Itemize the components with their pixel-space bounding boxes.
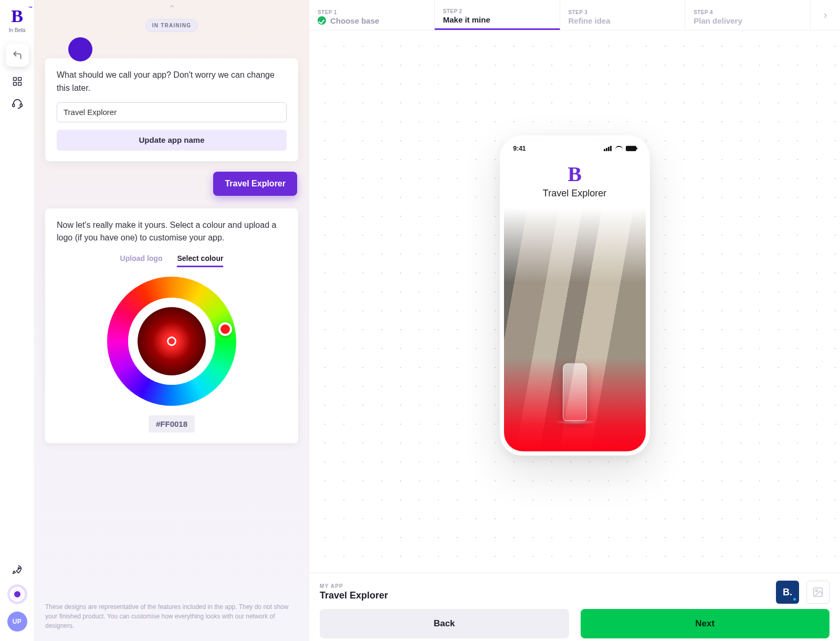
rocket-icon [12,564,23,575]
base-brand-tile[interactable]: B. [776,581,799,604]
status-bar: 9:41 [504,139,646,157]
app-name-input[interactable] [57,102,287,122]
upload-logo-tile[interactable] [806,581,830,604]
grid-icon [12,76,23,87]
back-button[interactable]: Back [320,609,569,638]
brand-letter: B™ [9,7,26,25]
brand-dot-icon [793,598,796,601]
check-icon [318,16,326,25]
wheel-core[interactable] [138,307,206,375]
training-badge: IN TRAINING [145,19,198,32]
brand-logo: B™ In Beta [9,7,26,33]
phone-frame: 9:41 B Travel Explorer [500,135,650,455]
svg-rect-4 [12,104,14,107]
launch-button[interactable] [10,562,25,577]
name-card: What should we call your app? Don't worr… [45,58,298,161]
user-reply-bubble: Travel Explorer [213,172,297,196]
hue-handle[interactable] [218,322,232,336]
svg-rect-1 [18,78,21,81]
chevron-up-icon: ⌃ [168,4,176,14]
user-avatar[interactable]: UP [7,612,27,632]
svg-point-8 [815,590,817,592]
name-prompt: What should we call your app? Don't worr… [57,69,287,95]
wifi-icon [615,145,623,151]
assistant-indicator[interactable] [7,584,27,604]
footer-eyebrow: MY APP [320,583,769,589]
svg-rect-3 [18,82,21,86]
wizard-stepper: STEP 1 Choose base STEP 2 Make it mine S… [309,0,840,30]
next-button[interactable]: Next [581,609,830,638]
step-choose-base[interactable]: STEP 1 Choose base [309,0,435,30]
colour-wheel[interactable] [107,277,236,406]
status-time: 9:41 [513,144,526,152]
customise-tabs: Upload logo Select colour [57,254,287,267]
dashboard-button[interactable] [10,74,25,89]
support-button[interactable] [10,96,25,111]
design-disclaimer: These designs are representative of the … [45,602,298,631]
design-area: STEP 1 Choose base STEP 2 Make it mine S… [309,0,840,641]
chevron-right-icon: › [824,9,827,21]
chat-panel: ⌃ IN TRAINING What should we call your a… [35,0,309,641]
assistant-dot-icon [13,590,22,599]
wizard-footer: MY APP Travel Explorer B. Back Next [309,573,840,641]
splash-logo-letter: B [543,163,606,184]
hex-value: #FF0018 [149,415,195,433]
tab-upload-logo[interactable]: Upload logo [120,254,163,267]
svg-rect-5 [20,104,22,107]
undo-button[interactable] [6,44,29,67]
update-name-button[interactable]: Update app name [57,130,287,151]
phone-screen: 9:41 B Travel Explorer [504,139,646,451]
brightness-handle[interactable] [167,337,176,346]
hero-glass-decoration [563,363,587,421]
preview-canvas[interactable]: 9:41 B Travel Explorer [309,30,840,573]
customise-card: Now let's really make it yours. Select a… [45,208,298,444]
svg-point-6 [18,568,19,569]
headset-icon [12,98,23,109]
stepper-next-arrow[interactable]: › [811,0,840,30]
collapse-chat-button[interactable]: ⌃ [168,3,176,15]
left-rail: B™ In Beta UP [0,0,35,641]
brand-tagline: In Beta [9,27,26,33]
step-make-it-mine[interactable]: STEP 2 Make it mine [435,0,560,30]
footer-app-name: Travel Explorer [320,590,769,601]
booking-logo-icon: B. [783,587,792,598]
customise-prompt: Now let's really make it yours. Select a… [57,219,287,245]
step-refine-idea[interactable]: STEP 3 Refine idea [560,0,686,30]
svg-rect-0 [13,78,16,81]
assistant-avatar [68,37,92,61]
undo-icon [12,50,23,60]
tab-select-colour[interactable]: Select colour [177,254,223,267]
battery-icon [626,145,636,151]
image-icon [812,586,824,598]
svg-rect-2 [13,82,16,86]
signal-icon [604,145,612,151]
splash-title: Travel Explorer [543,187,606,198]
step-plan-delivery[interactable]: STEP 4 Plan delivery [685,0,811,30]
